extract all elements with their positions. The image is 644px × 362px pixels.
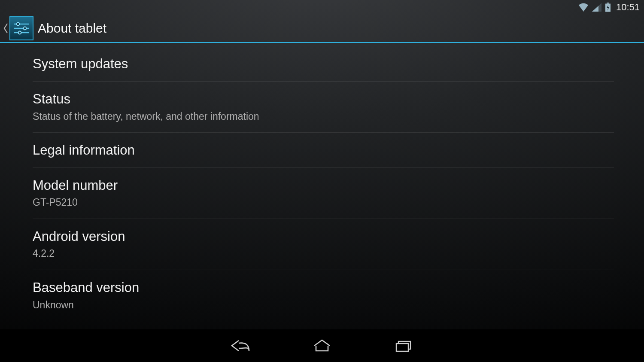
pref-title: Android version <box>33 228 614 245</box>
back-button[interactable] <box>3 22 9 35</box>
pref-system-updates[interactable]: System updates <box>33 44 614 82</box>
settings-list[interactable]: System updates Status Status of the batt… <box>0 44 644 329</box>
pref-model-number[interactable]: Model number GT-P5210 <box>33 168 614 219</box>
settings-app-icon[interactable] <box>9 16 33 40</box>
pref-title: Legal information <box>33 142 614 159</box>
pref-summary: Status of the battery, network, and othe… <box>33 110 614 124</box>
pref-title: Status <box>33 91 614 108</box>
svg-point-6 <box>17 23 20 26</box>
pref-summary: Unknown <box>33 298 614 312</box>
screen-root: 10:51 About tablet System updates St <box>0 0 644 362</box>
pref-summary: GT-P5210 <box>33 195 614 210</box>
signal-icon <box>592 3 601 12</box>
battery-charging-icon <box>605 3 611 12</box>
nav-home-button[interactable] <box>309 333 335 359</box>
svg-point-7 <box>24 27 27 30</box>
pref-title: Model number <box>33 177 614 194</box>
wifi-icon <box>578 3 589 12</box>
svg-rect-0 <box>607 3 609 4</box>
pref-baseband-version[interactable]: Baseband version Unknown <box>33 270 614 321</box>
pref-status[interactable]: Status Status of the battery, network, a… <box>33 82 614 133</box>
status-bar[interactable]: 10:51 <box>0 0 644 15</box>
nav-recent-apps-button[interactable] <box>391 333 416 359</box>
pref-title: Baseband version <box>33 280 614 296</box>
nav-back-button[interactable] <box>228 333 253 359</box>
pref-android-version[interactable]: Android version 4.2.2 <box>33 219 614 270</box>
pref-kernel-version[interactable]: Kernel version 3.4.80+ dxu@mv-dev1 #528 … <box>33 321 614 329</box>
pref-summary: 4.2.2 <box>33 246 614 261</box>
status-clock: 10:51 <box>616 2 640 13</box>
pref-title: System updates <box>33 56 614 73</box>
action-bar: About tablet <box>0 15 644 43</box>
page-title: About tablet <box>38 21 106 36</box>
svg-rect-10 <box>396 344 408 351</box>
navigation-bar <box>0 329 644 362</box>
svg-point-8 <box>18 31 21 34</box>
pref-legal-information[interactable]: Legal information <box>33 133 614 168</box>
